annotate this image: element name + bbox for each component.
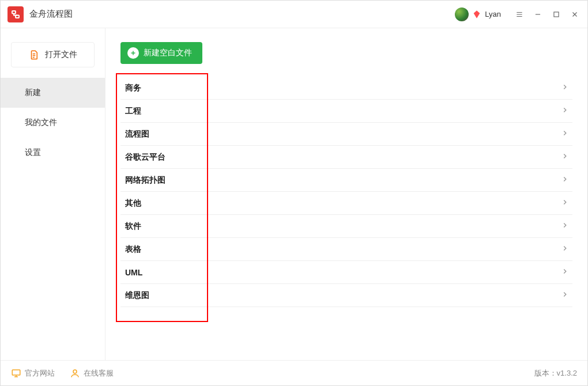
category-list: 商务 工程 流程图 bbox=[120, 77, 572, 307]
category-label: 网络拓扑图 bbox=[125, 175, 165, 186]
vip-ruby-icon bbox=[472, 10, 481, 19]
minimize-button[interactable] bbox=[530, 6, 546, 22]
open-file-button[interactable]: 打开文件 bbox=[11, 42, 95, 67]
sidebar-item-label: 我的文件 bbox=[25, 118, 57, 128]
create-blank-label: 新建空白文件 bbox=[144, 48, 192, 58]
category-label: 维恩图 bbox=[125, 290, 149, 301]
svg-rect-3 bbox=[12, 370, 20, 375]
category-label: 软件 bbox=[125, 221, 141, 232]
sidebar-item-settings[interactable]: 设置 bbox=[1, 138, 105, 168]
category-row[interactable]: 表格 bbox=[120, 238, 572, 261]
avatar bbox=[455, 7, 469, 21]
version-prefix: 版本： bbox=[534, 369, 557, 377]
category-row[interactable]: 工程 bbox=[120, 100, 572, 123]
app-title: 金舟流程图 bbox=[29, 9, 73, 20]
svg-rect-2 bbox=[554, 12, 559, 16]
category-row[interactable]: 网络拓扑图 bbox=[120, 169, 572, 192]
sidebar: 打开文件 新建 我的文件 设置 bbox=[1, 28, 105, 360]
sidebar-item-label: 新建 bbox=[25, 88, 41, 98]
chevron-right-icon bbox=[561, 244, 569, 255]
sidebar-item-label: 设置 bbox=[25, 147, 41, 158]
window-controls bbox=[511, 6, 583, 22]
document-icon bbox=[29, 50, 39, 60]
category-label: 其他 bbox=[125, 198, 141, 209]
category-row[interactable]: 软件 bbox=[120, 215, 572, 238]
category-row[interactable]: 商务 bbox=[120, 77, 572, 100]
chevron-right-icon bbox=[561, 106, 569, 116]
headset-icon bbox=[70, 368, 80, 379]
menu-button[interactable] bbox=[511, 6, 527, 22]
username: Lyan bbox=[485, 10, 501, 18]
category-row[interactable]: 维恩图 bbox=[120, 284, 572, 307]
footer: 官方网站 在线客服 版本：v1.3.2 bbox=[1, 360, 587, 385]
chevron-right-icon bbox=[561, 267, 569, 278]
category-label: UML bbox=[125, 268, 142, 277]
category-label: 流程图 bbox=[125, 129, 149, 139]
chevron-right-icon bbox=[561, 83, 569, 93]
category-label: 谷歌云平台 bbox=[125, 152, 165, 162]
official-site-link[interactable]: 官方网站 bbox=[11, 368, 55, 379]
chevron-right-icon bbox=[561, 290, 569, 301]
user-area[interactable]: Lyan bbox=[455, 7, 501, 21]
svg-rect-0 bbox=[12, 11, 16, 14]
online-support-link[interactable]: 在线客服 bbox=[70, 368, 114, 379]
sidebar-item-new[interactable]: 新建 bbox=[1, 78, 105, 108]
main-panel: 新建空白文件 商务 工程 bbox=[105, 28, 587, 360]
version-text: 版本：v1.3.2 bbox=[534, 368, 577, 379]
main-inner: 新建空白文件 商务 工程 bbox=[105, 28, 587, 360]
sidebar-item-myfiles[interactable]: 我的文件 bbox=[1, 108, 105, 138]
category-label: 表格 bbox=[125, 244, 141, 255]
plus-icon bbox=[127, 47, 139, 59]
chevron-right-icon bbox=[561, 221, 569, 232]
app-body: 打开文件 新建 我的文件 设置 新建空白文件 bbox=[1, 28, 587, 360]
monitor-icon bbox=[11, 368, 21, 379]
app-window: 金舟流程图 Lyan bbox=[0, 0, 588, 386]
official-site-label: 官方网站 bbox=[25, 368, 55, 379]
category-label: 工程 bbox=[125, 106, 141, 116]
open-file-label: 打开文件 bbox=[45, 50, 77, 60]
chevron-right-icon bbox=[561, 198, 569, 209]
svg-point-4 bbox=[73, 370, 77, 373]
category-row[interactable]: 流程图 bbox=[120, 123, 572, 146]
online-support-label: 在线客服 bbox=[84, 368, 114, 379]
maximize-button[interactable] bbox=[548, 6, 564, 22]
version-value: v1.3.2 bbox=[557, 369, 577, 377]
create-blank-button[interactable]: 新建空白文件 bbox=[120, 42, 202, 64]
app-logo bbox=[7, 6, 24, 22]
chevron-right-icon bbox=[561, 129, 569, 139]
titlebar: 金舟流程图 Lyan bbox=[1, 1, 587, 28]
category-row[interactable]: 谷歌云平台 bbox=[120, 146, 572, 169]
category-row[interactable]: UML bbox=[120, 261, 572, 284]
close-button[interactable] bbox=[567, 6, 583, 22]
category-label: 商务 bbox=[125, 83, 141, 93]
chevron-right-icon bbox=[561, 175, 569, 186]
category-row[interactable]: 其他 bbox=[120, 192, 572, 215]
chevron-right-icon bbox=[561, 152, 569, 162]
